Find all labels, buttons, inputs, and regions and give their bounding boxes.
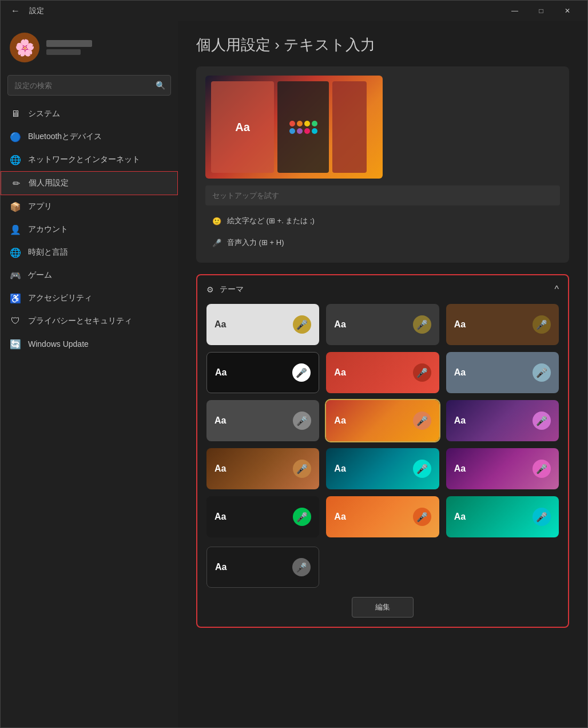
personalization-icon: ✏ bbox=[10, 177, 22, 189]
sidebar-item-accessibility[interactable]: ♿ アクセシビリティ bbox=[1, 287, 178, 310]
back-button[interactable]: ← bbox=[7, 3, 23, 19]
theme-item[interactable]: Aa 🎤 bbox=[446, 400, 559, 441]
sidebar-item-label: 時刻と言語 bbox=[28, 247, 68, 258]
theme-label: Aa bbox=[334, 319, 345, 330]
emoji-icon: 🙂 bbox=[212, 217, 221, 225]
preview-panel-text: Aa bbox=[211, 81, 274, 173]
setup-input[interactable] bbox=[212, 191, 553, 200]
theme-label: Aa bbox=[334, 367, 345, 378]
sidebar-item-bluetooth[interactable]: 🔵 Bluetoothとデバイス bbox=[1, 125, 178, 148]
chevron-up-icon[interactable]: ^ bbox=[554, 284, 559, 295]
breadcrumb-current: テキスト入力 bbox=[284, 36, 375, 53]
sidebar-item-account[interactable]: 👤 アカウント bbox=[1, 218, 178, 241]
theme-settings-icon: ⚙ bbox=[206, 285, 214, 294]
theme-item[interactable]: Aa 🎤 bbox=[446, 448, 559, 489]
color-dots bbox=[286, 121, 320, 134]
theme-mic: 🎤 bbox=[413, 508, 431, 526]
dot bbox=[297, 121, 303, 126]
search-box[interactable]: 🔍 bbox=[7, 75, 171, 96]
bluetooth-icon: 🔵 bbox=[10, 131, 21, 143]
window-controls: — □ ✕ bbox=[502, 1, 581, 21]
sidebar-item-label: アカウント bbox=[28, 224, 68, 235]
search-input[interactable] bbox=[7, 75, 171, 96]
main-content: 個人用設定 › テキスト入力 Aa bbox=[178, 21, 587, 727]
dot bbox=[297, 128, 303, 134]
theme-grid: Aa 🎤 Aa 🎤 Aa 🎤 Aa 🎤 bbox=[206, 304, 559, 537]
time-icon: 🌐 bbox=[10, 247, 21, 258]
network-icon: 🌐 bbox=[10, 154, 21, 165]
maximize-button[interactable]: □ bbox=[528, 1, 554, 21]
sidebar-item-windows-update[interactable]: 🔄 Windows Update bbox=[1, 333, 178, 355]
theme-header: ⚙ テーマ ^ bbox=[206, 284, 559, 295]
sidebar-item-system[interactable]: 🖥 システム bbox=[1, 102, 178, 125]
theme-mic: 🎤 bbox=[293, 508, 311, 526]
theme-item[interactable]: Aa 🎤 bbox=[446, 352, 559, 393]
sidebar-item-apps[interactable]: 📦 アプリ bbox=[1, 195, 178, 218]
theme-item[interactable]: Aa 🎤 bbox=[206, 304, 319, 345]
title-bar-left: ← 設定 bbox=[7, 3, 44, 19]
sidebar-item-label: Windows Update bbox=[28, 339, 89, 349]
theme-mic: 🎤 bbox=[293, 315, 311, 334]
theme-mic: 🎤 bbox=[293, 412, 311, 430]
settings-window: ← 設定 — □ ✕ 🌸 🔍 bbox=[0, 0, 588, 728]
sidebar-item-label: システム bbox=[28, 109, 60, 119]
theme-mic: 🎤 bbox=[413, 363, 431, 382]
sidebar-item-label: ネットワークとインターネット bbox=[28, 155, 140, 165]
emoji-row: 🙂 絵文字など (⊞ +. または ;) bbox=[205, 210, 560, 232]
theme-header-left: ⚙ テーマ bbox=[206, 284, 244, 295]
theme-item[interactable]: Aa 🎤 bbox=[206, 547, 319, 588]
emoji-label: 絵文字など (⊞ +. または ;) bbox=[227, 216, 315, 226]
theme-mic: 🎤 bbox=[293, 460, 311, 478]
theme-item[interactable]: Aa 🎤 bbox=[206, 448, 319, 489]
minimize-button[interactable]: — bbox=[502, 1, 528, 21]
theme-mic: 🎤 bbox=[533, 412, 551, 430]
theme-item-selected[interactable]: Aa 🎤 bbox=[326, 400, 439, 441]
theme-label: Aa bbox=[214, 416, 226, 426]
edit-button-container: 編集 bbox=[206, 597, 559, 618]
breadcrumb-parent: 個人用設定 bbox=[196, 36, 271, 53]
sidebar-item-games[interactable]: 🎮 ゲーム bbox=[1, 264, 178, 287]
apps-icon: 📦 bbox=[10, 201, 21, 212]
sidebar-item-network[interactable]: 🌐 ネットワークとインターネット bbox=[1, 148, 178, 171]
sidebar-item-label: アクセシビリティ bbox=[28, 293, 92, 303]
accessibility-icon: ♿ bbox=[10, 292, 21, 304]
theme-item[interactable]: Aa 🎤 bbox=[326, 304, 439, 345]
theme-label: Aa bbox=[334, 512, 345, 522]
user-name bbox=[46, 40, 92, 55]
theme-item[interactable]: Aa 🎤 bbox=[206, 496, 319, 537]
sidebar-item-time[interactable]: 🌐 時刻と言語 bbox=[1, 241, 178, 264]
theme-item[interactable]: Aa 🎤 bbox=[206, 400, 319, 441]
theme-mic: 🎤 bbox=[533, 460, 551, 478]
dot bbox=[312, 121, 317, 126]
privacy-icon: 🛡 bbox=[10, 315, 21, 327]
setup-row[interactable] bbox=[205, 185, 560, 205]
edit-button[interactable]: 編集 bbox=[352, 597, 414, 618]
theme-item[interactable]: Aa 🎤 bbox=[206, 352, 319, 393]
theme-label: Aa bbox=[214, 512, 226, 522]
theme-label: Aa bbox=[214, 319, 226, 330]
theme-item[interactable]: Aa 🎤 bbox=[446, 304, 559, 345]
theme-label: Aa bbox=[454, 464, 466, 474]
sidebar-item-privacy[interactable]: 🛡 プライバシーとセキュリティ bbox=[1, 310, 178, 333]
theme-item[interactable]: Aa 🎤 bbox=[326, 496, 439, 537]
content-area: 🌸 🔍 🖥 システム 🔵 Bluetoothとデバイス 🌐 bbox=[1, 21, 587, 727]
theme-label: Aa bbox=[454, 416, 466, 426]
dot bbox=[304, 128, 310, 134]
breadcrumb-separator: › bbox=[275, 36, 284, 53]
theme-label: Aa bbox=[334, 464, 345, 474]
preview-card: Aa bbox=[196, 66, 569, 263]
window-title: 設定 bbox=[29, 6, 44, 16]
games-icon: 🎮 bbox=[10, 270, 21, 281]
theme-item[interactable]: Aa 🎤 bbox=[326, 448, 439, 489]
sidebar-item-label: プライバシーとセキュリティ bbox=[28, 316, 132, 326]
theme-item[interactable]: Aa 🎤 bbox=[326, 352, 439, 393]
preview-panel-right bbox=[332, 81, 367, 173]
theme-item[interactable]: Aa 🎤 bbox=[446, 496, 559, 537]
search-icon: 🔍 bbox=[156, 81, 165, 90]
sidebar-item-personalization[interactable]: ✏ 個人用設定 bbox=[1, 171, 178, 195]
dot bbox=[304, 121, 310, 126]
preview-background: Aa bbox=[205, 76, 383, 179]
close-button[interactable]: ✕ bbox=[554, 1, 581, 21]
sidebar-item-label: 個人用設定 bbox=[29, 178, 69, 188]
theme-mic: 🎤 bbox=[292, 363, 311, 382]
